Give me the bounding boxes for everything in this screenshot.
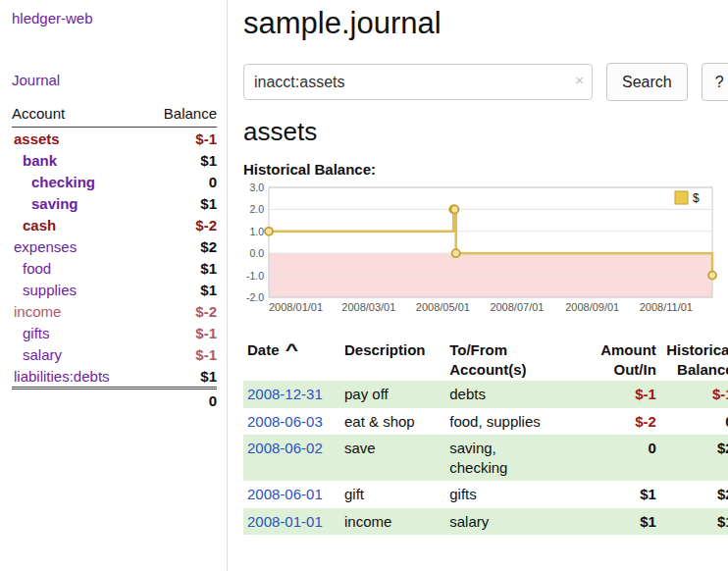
account-balance: $1 [144, 257, 217, 279]
account-balance: $-1 [144, 128, 217, 150]
journal-link[interactable]: Journal [12, 72, 60, 88]
date-link[interactable]: 2008-06-03 [247, 413, 323, 430]
account-row: food$1 [12, 257, 217, 279]
y-tick-label: 1.0 [249, 226, 264, 237]
account-name-cell: liabilities:debts [12, 365, 144, 389]
transaction-date-cell: 2008-12-31 [243, 381, 340, 408]
account-balance: $-1 [144, 343, 217, 365]
x-tick-label: 2008/01/01 [269, 301, 323, 313]
y-tick-label: 0.0 [249, 247, 264, 259]
account-balance: $2 [144, 235, 217, 257]
account-link[interactable]: saving [31, 195, 78, 212]
register-header-date[interactable]: Date^ [243, 338, 340, 381]
amount-cell: $1 [588, 508, 660, 536]
account-row: income$-2 [12, 300, 217, 322]
x-tick-label: 2008/05/01 [416, 301, 470, 313]
date-link[interactable]: 2008-01-01 [247, 513, 323, 530]
main-content: sample.journal × Search ? assets Histori… [228, 0, 728, 571]
account-link[interactable]: liabilities:debts [14, 368, 110, 385]
account-name-cell: cash [12, 214, 144, 235]
description-cell: eat & shop [340, 408, 445, 436]
account-balance: $1 [144, 279, 217, 300]
date-link[interactable]: 2008-06-02 [247, 440, 323, 456]
x-tick-label: 2008/09/01 [565, 301, 619, 313]
register-table: Date^DescriptionTo/FromAccount(s)AmountO… [243, 338, 728, 535]
account-balance: $-1 [144, 322, 217, 343]
historical-balance-cell: $2 [660, 481, 728, 508]
x-tick-label: 2008/03/01 [341, 301, 395, 313]
accounts-total-spacer [12, 389, 144, 412]
sort-ascending-icon: ^ [285, 340, 297, 360]
account-name-cell: gifts [12, 322, 144, 343]
historical-balance-cell: $1 [660, 508, 728, 536]
transaction-date-cell: 2008-06-01 [243, 481, 340, 508]
to-from-accounts-cell: saving, checking [445, 435, 587, 481]
register-header-tofrom: To/FromAccount(s) [445, 338, 587, 381]
app-title-link[interactable]: hledger-web [12, 10, 217, 26]
amount-cell: 0 [588, 435, 660, 481]
account-balance: $1 [144, 149, 217, 171]
account-name-cell: saving [12, 192, 144, 214]
account-link[interactable]: supplies [23, 282, 77, 298]
account-link[interactable]: food [23, 260, 51, 277]
register-header-historical: HistoricalBalance [660, 338, 728, 381]
description-cell: save [340, 435, 445, 481]
register-header-description: Description [340, 338, 445, 381]
amount-cell: $1 [588, 481, 660, 508]
account-row: supplies$1 [12, 279, 217, 300]
account-name-cell: salary [12, 343, 144, 365]
historical-balance-cell: $-1 [660, 381, 728, 408]
legend-swatch [675, 191, 688, 204]
account-name-cell: assets [12, 128, 144, 150]
accounts-header-account: Account [12, 103, 144, 128]
search-input[interactable] [243, 64, 593, 100]
account-name-cell: supplies [12, 279, 144, 300]
search-form: × Search ? [243, 63, 728, 101]
account-link[interactable]: expenses [14, 238, 77, 255]
account-link[interactable]: income [14, 303, 61, 320]
search-box: × [243, 64, 593, 100]
data-point-marker [708, 272, 716, 280]
account-name-cell: income [12, 300, 144, 322]
account-heading: assets [243, 117, 728, 147]
data-point-marker [450, 205, 458, 213]
y-tick-label: -2.0 [246, 291, 264, 303]
clear-search-icon[interactable]: × [575, 73, 584, 87]
page-title: sample.journal [243, 6, 728, 41]
register-row: 2008-12-31pay offdebts$-1$-1 [243, 381, 728, 408]
register-header-row: Date^DescriptionTo/FromAccount(s)AmountO… [243, 338, 728, 381]
date-link[interactable]: 2008-06-01 [247, 486, 323, 502]
accounts-header-row: Account Balance [12, 103, 217, 128]
description-cell: pay off [340, 381, 445, 408]
account-link[interactable]: gifts [23, 325, 50, 341]
account-balance: $1 [144, 192, 217, 214]
account-name-cell: bank [12, 149, 144, 171]
account-link[interactable]: checking [31, 174, 95, 190]
help-button[interactable]: ? [702, 63, 728, 101]
y-tick-label: 3.0 [249, 183, 264, 193]
transaction-date-cell: 2008-06-02 [243, 435, 340, 481]
account-link[interactable]: cash [23, 217, 56, 234]
description-cell: income [340, 508, 445, 536]
transaction-date-cell: 2008-06-03 [243, 408, 340, 436]
account-link[interactable]: assets [14, 130, 60, 147]
x-tick-label: 2008/07/01 [490, 301, 544, 313]
date-link[interactable]: 2008-12-31 [247, 386, 323, 402]
to-from-accounts-cell: debts [445, 381, 587, 408]
account-name-cell: food [12, 257, 144, 279]
account-balance: $-2 [144, 214, 217, 235]
data-point-marker [265, 228, 273, 235]
register-row: 2008-06-01giftgifts$1$2 [243, 481, 728, 508]
account-link[interactable]: salary [23, 346, 62, 363]
account-row: expenses$2 [12, 235, 217, 257]
historical-balance-cell: 0 [660, 408, 728, 436]
search-button[interactable]: Search [606, 63, 688, 101]
account-row: assets$-1 [12, 128, 217, 150]
historical-balance-chart: $3.02.01.00.0-1.0-2.02008/01/012008/03/0… [243, 183, 718, 317]
legend-label: $ [693, 191, 700, 205]
account-balance: $-2 [144, 300, 217, 322]
account-link[interactable]: bank [23, 152, 57, 169]
sidebar: hledger-web Journal Account Balance asse… [0, 0, 228, 571]
account-name-cell: checking [12, 171, 144, 192]
amount-cell: $-1 [588, 381, 660, 408]
